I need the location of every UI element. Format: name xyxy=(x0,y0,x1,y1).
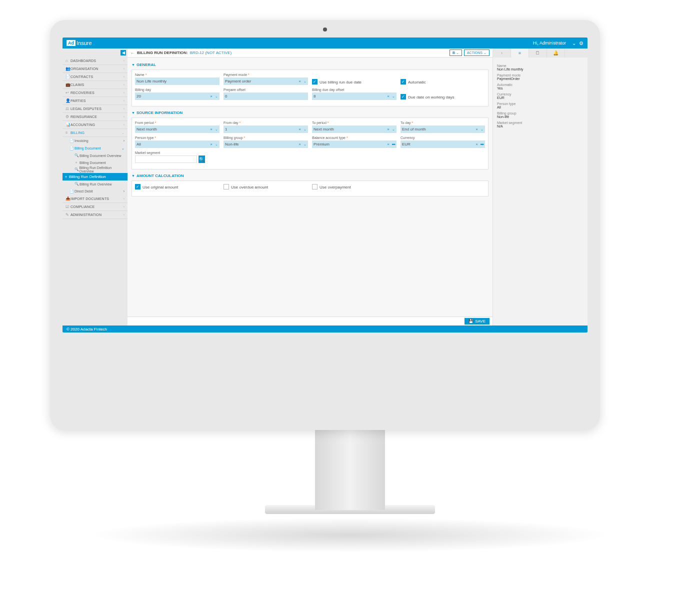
subnav-invoicing[interactable]: 📄Invoicing› xyxy=(62,137,128,144)
doc-icon: 📄 xyxy=(70,139,74,143)
section-source-header[interactable]: ▼SOURCE INFORMATION xyxy=(132,110,488,115)
main-area: ← BILLING RUN DEFINITION: BRD-12 (NOT AC… xyxy=(128,48,492,326)
back-arrow-icon[interactable]: ← xyxy=(130,50,135,56)
nav-dashboards[interactable]: ⌂DASHBOARDS› xyxy=(62,57,128,65)
nav-administration[interactable]: ✎ADMINISTRATION› xyxy=(62,211,128,219)
automatic-checkbox[interactable]: ✓ xyxy=(400,79,406,84)
clear-icon[interactable]: × xyxy=(387,142,390,146)
gear-icon: ⚙ xyxy=(66,114,70,119)
nav-contracts[interactable]: 📄CONTRACTS› xyxy=(62,73,128,81)
clear-icon[interactable]: × xyxy=(298,142,301,146)
balance-account-select[interactable]: Premium×••• xyxy=(312,140,396,148)
clear-icon[interactable]: × xyxy=(476,127,478,132)
save-button[interactable]: 💾SAVE xyxy=(464,318,490,324)
legal-icon: ⚖ xyxy=(66,106,70,111)
subsub-billing-run-definition[interactable]: ＋Billing Run Definition xyxy=(62,173,128,180)
working-days-checkbox[interactable]: ✓ xyxy=(400,94,406,100)
nav-billing[interactable]: ≡BILLING⌄ xyxy=(62,129,128,137)
nav-parties[interactable]: 👤PARTIES› xyxy=(62,97,128,105)
chevron-down-icon[interactable]: ⌄ xyxy=(215,142,218,146)
use-overpayment-checkbox[interactable]: ✓ xyxy=(312,184,318,190)
prepare-offset-input[interactable] xyxy=(224,92,308,100)
chevron-down-icon[interactable]: ⌄ xyxy=(304,142,306,146)
market-segment-input[interactable] xyxy=(135,156,197,163)
chevron-down-icon[interactable]: ⌄ xyxy=(215,128,218,132)
chevron-down-icon[interactable]: ⌄ xyxy=(215,94,218,98)
home-icon: ⌂ xyxy=(66,58,70,63)
name-label: Name xyxy=(135,73,220,76)
settings-gear-icon[interactable]: ⚙ xyxy=(579,40,584,46)
person-type-select[interactable]: All×⌄ xyxy=(135,140,220,148)
rp-pm-val: PaymentOrder xyxy=(497,77,584,80)
market-segment-search-button[interactable]: 🔍 xyxy=(198,156,205,163)
subnav-billing-document[interactable]: 📄Billing Document⌄ xyxy=(62,144,128,152)
briefcase-icon: 💼 xyxy=(66,82,70,87)
from-day-select[interactable]: 1×⌄ xyxy=(224,126,308,133)
section-general-header[interactable]: ▼GENERAL xyxy=(132,62,488,67)
chevron-down-icon[interactable]: ⌄ xyxy=(392,94,395,98)
subnav-direct-debit[interactable]: 📄Direct Debit› xyxy=(62,188,128,195)
more-icon[interactable]: ••• xyxy=(480,142,484,147)
clear-icon[interactable]: × xyxy=(387,94,390,98)
working-days-label: Due date on working days xyxy=(408,95,454,100)
chevron-down-icon[interactable]: ⌄ xyxy=(304,80,306,84)
nav-accounting[interactable]: 📊ACCOUNTING› xyxy=(62,121,128,129)
user-greeting[interactable]: Hi, Administrator xyxy=(533,40,566,46)
use-due-date-checkbox[interactable]: ✓ xyxy=(312,79,318,84)
nav-legal[interactable]: ⚖LEGAL DISPUTES› xyxy=(62,105,128,113)
user-menu-chevron-icon[interactable]: ⌄ xyxy=(572,40,576,46)
billing-day-select[interactable]: 20×⌄ xyxy=(135,92,220,100)
due-offset-label: Billing due day offset xyxy=(312,88,396,92)
billing-group-select[interactable]: Non-life×⌄ xyxy=(224,140,308,148)
nav-recoveries[interactable]: ↩RECOVERIES› xyxy=(62,89,128,97)
chevron-down-icon[interactable]: ⌄ xyxy=(480,128,484,132)
top-bar: Ad Insure Hi, Administrator ⌄ ⚙ xyxy=(62,38,588,48)
rp-auto-key: Automatic xyxy=(497,83,584,86)
clear-icon[interactable]: × xyxy=(210,142,212,146)
collapse-sidebar-button[interactable]: ◀ xyxy=(120,50,126,56)
search-icon: 🔍 xyxy=(74,154,80,158)
rpanel-tab-info[interactable]: ≡ xyxy=(511,48,529,58)
clear-icon[interactable]: × xyxy=(210,127,212,132)
nav-organisation[interactable]: 👥ORGANISATION› xyxy=(62,65,128,73)
clear-icon[interactable]: × xyxy=(476,142,478,146)
clear-icon[interactable]: × xyxy=(298,127,301,132)
subsub-billing-doc-overview[interactable]: 🔍Billing Document Overview xyxy=(62,152,128,159)
rp-pt-val: All xyxy=(497,106,584,109)
brand-logo-box: Ad xyxy=(66,40,76,46)
nav-reinsurance[interactable]: ⚙REINSURANCE› xyxy=(62,113,128,121)
name-input[interactable] xyxy=(135,78,220,85)
subsub-billing-run-overview[interactable]: 🔍Billing Run Overview xyxy=(62,180,128,188)
nav-compliance[interactable]: ☑COMPLIANCE› xyxy=(62,203,128,211)
due-offset-select[interactable]: 8×⌄ xyxy=(312,92,396,100)
rpanel-tab-notes[interactable]: 🗒 xyxy=(529,48,547,58)
from-period-label: From period xyxy=(135,121,220,124)
chevron-down-icon[interactable]: ⌄ xyxy=(392,128,395,132)
rpanel-tab-alerts[interactable]: 🔔 xyxy=(547,48,565,58)
actions-button[interactable]: ACTIONS ⌄ xyxy=(464,50,490,56)
to-period-select[interactable]: Next month×⌄ xyxy=(312,126,396,133)
clear-icon[interactable]: × xyxy=(210,94,212,98)
use-original-checkbox[interactable]: ✓ xyxy=(135,184,140,190)
monitor-frame: Ad Insure Hi, Administrator ⌄ ⚙ ◀ ⌂DASHB… xyxy=(50,20,600,430)
import-icon: 📥 xyxy=(66,196,70,201)
chevron-down-icon[interactable]: ⌄ xyxy=(304,128,306,132)
from-period-select[interactable]: Next month×⌄ xyxy=(135,126,220,133)
clear-icon[interactable]: × xyxy=(298,79,301,84)
bold-toggle-button[interactable]: B ⌄ xyxy=(450,50,462,56)
currency-select[interactable]: EUR×••• xyxy=(400,140,485,148)
caret-down-icon: ▼ xyxy=(132,174,135,178)
more-icon[interactable]: ••• xyxy=(392,142,395,147)
subsub-billing-doc[interactable]: ＋Billing Document xyxy=(62,159,128,166)
use-overdue-checkbox[interactable]: ✓ xyxy=(224,184,229,190)
nav-claims[interactable]: 💼CLAIMS› xyxy=(62,81,128,89)
rpanel-tab-collapse[interactable]: › xyxy=(493,48,511,58)
subsub-billing-run-def-overview[interactable]: 🔍Billing Run Definition Overview xyxy=(62,166,128,173)
org-icon: 👥 xyxy=(66,66,70,71)
payment-mode-select[interactable]: Payment order×⌄ xyxy=(224,78,308,85)
rp-ms-key: Market segment xyxy=(497,121,584,124)
to-day-select[interactable]: End of month×⌄ xyxy=(400,126,485,133)
nav-import-documents[interactable]: 📥IMPORT DOCUMENTS› xyxy=(62,195,128,203)
section-amount-header[interactable]: ▼AMOUNT CALCULATION xyxy=(132,174,488,178)
clear-icon[interactable]: × xyxy=(387,127,390,132)
